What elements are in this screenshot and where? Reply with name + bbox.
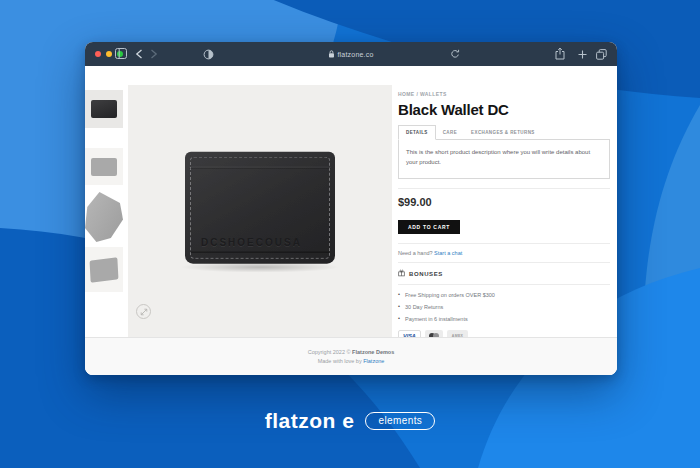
bonus-item: Free Shipping on orders OVER $300 xyxy=(398,292,610,298)
sidebar-icon[interactable] xyxy=(115,48,127,59)
site-footer: Copyright 2022 © Flatzone Demos Made wit… xyxy=(85,337,617,375)
black-wallet-image: DCSHOECOUSA xyxy=(185,152,335,264)
tab-details[interactable]: DETAILS xyxy=(398,125,436,140)
copyright-line: Copyright 2022 © Flatzone Demos xyxy=(308,349,395,355)
help-text: Need a hand? xyxy=(398,250,434,256)
thumbnail-black-wallet[interactable] xyxy=(85,90,123,128)
lock-icon xyxy=(328,50,334,58)
shield-icon[interactable] xyxy=(203,49,214,60)
thumbnail-image xyxy=(85,192,123,242)
thumbnail-image xyxy=(90,257,119,282)
copyright-text: Copyright 2022 © xyxy=(308,349,352,355)
tab-overview-icon[interactable] xyxy=(596,49,607,60)
product-title: Black Wallet DC xyxy=(398,101,610,118)
tab-care[interactable]: CARE xyxy=(436,126,464,139)
bonus-item: 30 Day Returns xyxy=(398,304,610,310)
bonuses-list: Free Shipping on orders OVER $300 30 Day… xyxy=(398,292,610,322)
share-icon[interactable] xyxy=(555,47,565,60)
help-line: Need a hand? Start a chat xyxy=(398,250,610,256)
minimize-window-button[interactable] xyxy=(106,51,112,57)
start-chat-link[interactable]: Start a chat xyxy=(434,250,462,256)
flatzone-logo: flatzon e xyxy=(265,409,355,433)
thumbnail-gray-wallet-open[interactable] xyxy=(85,191,123,243)
tab-exchanges-returns[interactable]: EXCHANGES & RETURNS xyxy=(464,126,542,139)
wallet-embossed-text: DCSHOECOUSA xyxy=(201,237,302,248)
thumbnail-gray-wallet-angle[interactable] xyxy=(85,247,123,292)
address-bar[interactable]: flatzone.co xyxy=(328,42,373,66)
copyright-site: Flatzone Demos xyxy=(352,349,394,355)
credit-link[interactable]: Flatzone xyxy=(363,358,384,364)
product-image-stage: DCSHOECOUSA xyxy=(128,85,392,337)
browser-window: flatzone.co xyxy=(85,42,617,375)
back-icon[interactable] xyxy=(135,49,143,59)
watermark: flatzon e elements xyxy=(0,409,700,433)
product-price: $99.00 xyxy=(398,196,610,208)
divider xyxy=(398,188,610,189)
product-image: DCSHOECOUSA xyxy=(185,152,335,264)
forward-icon[interactable] xyxy=(150,49,158,59)
close-window-button[interactable] xyxy=(95,51,101,57)
breadcrumb[interactable]: HOME / WALLETS xyxy=(398,91,610,97)
divider xyxy=(398,284,610,285)
image-zoom-button[interactable] xyxy=(136,304,151,319)
bonuses-header: BONUSES xyxy=(398,269,610,278)
gift-icon xyxy=(398,269,405,278)
product-info-panel: HOME / WALLETS Black Wallet DC DETAILS C… xyxy=(398,85,610,341)
browser-titlebar: flatzone.co xyxy=(85,42,617,66)
divider xyxy=(398,262,610,263)
product-description: This is the short product description wh… xyxy=(398,139,610,179)
credit-text: Made with love by xyxy=(318,358,364,364)
add-to-cart-button[interactable]: ADD TO CART xyxy=(398,220,460,234)
page-content: DCSHOECOUSA HOME / WALLETS Black Wallet … xyxy=(85,66,617,375)
wallet-shadow xyxy=(180,262,340,273)
new-tab-icon[interactable] xyxy=(578,50,587,59)
wallet-fold xyxy=(189,167,331,169)
reload-icon[interactable] xyxy=(450,49,460,59)
elements-badge: elements xyxy=(365,412,435,430)
bonus-item: Payment in 6 installments xyxy=(398,316,610,322)
product-tabs: DETAILS CARE EXCHANGES & RETURNS xyxy=(398,125,610,139)
bonuses-title: BONUSES xyxy=(409,271,443,277)
wallet-seam xyxy=(191,252,329,253)
thumbnail-list xyxy=(85,85,125,292)
expand-arrows-icon xyxy=(140,308,148,316)
divider xyxy=(398,243,610,244)
url-text: flatzone.co xyxy=(337,51,373,58)
thumbnail-image xyxy=(91,158,117,176)
thumbnail-gray-wallet-front[interactable] xyxy=(85,148,123,185)
credit-line: Made with love by Flatzone xyxy=(318,358,385,364)
thumbnail-image xyxy=(91,100,117,118)
